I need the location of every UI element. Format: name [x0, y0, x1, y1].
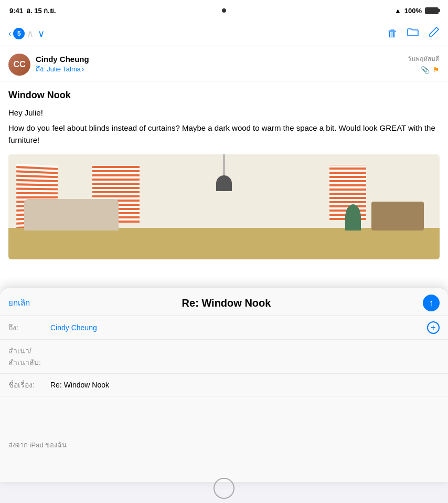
toolbar-right: 🗑 — [387, 26, 440, 40]
time-display: 9:41 — [9, 7, 23, 15]
compose-header: ยกเลิก Re: Window Nook ↑ — [0, 288, 448, 316]
battery-percent: 100% — [404, 7, 422, 15]
lamp-decoration — [216, 154, 232, 191]
trash-button[interactable]: 🗑 — [387, 27, 398, 39]
email-meta: วันพฤหัสบดี 📎 ⚑ — [408, 54, 440, 74]
home-button[interactable] — [214, 478, 234, 499]
battery-icon — [425, 7, 439, 14]
compose-body-area[interactable] — [0, 396, 448, 411]
email-greeting: Hey Julie! — [8, 108, 440, 117]
recipient-label[interactable]: ถึง: Julie Talma › — [36, 64, 89, 75]
sender-info: CC Cindy Cheung ถึง: Julie Talma › — [8, 54, 89, 76]
wifi-icon: ▲ — [394, 7, 401, 15]
to-label: ถึง: — [8, 322, 50, 333]
email-action-icons: 📎 ⚑ — [408, 66, 440, 74]
email-header: CC Cindy Cheung ถึง: Julie Talma › วันพฤ… — [0, 46, 448, 81]
email-date: วันพฤหัสบดี — [408, 54, 440, 64]
add-recipient-button[interactable]: + — [427, 321, 440, 334]
status-time: 9:41 อ. 15 ก.ย. — [9, 5, 56, 16]
dresser-decoration — [371, 202, 424, 230]
email-body-text: How do you feel about blinds instead of … — [8, 122, 440, 146]
compose-sheet: ยกเลิก Re: Window Nook ↑ ถึง: Cindy Cheu… — [0, 288, 448, 482]
sofa-decoration — [24, 199, 119, 230]
compose-subject-title: Re: Window Nook — [30, 297, 423, 309]
date-display: อ. 15 ก.ย. — [26, 5, 56, 16]
floor-decoration — [8, 228, 440, 259]
attachment-icon: 📎 — [421, 66, 430, 74]
email-inline-image — [8, 154, 440, 259]
compose-button[interactable] — [428, 26, 440, 40]
plant-decoration — [345, 204, 361, 230]
cc-label: สำเนา/สำเนาลับ: — [8, 345, 50, 368]
prev-email-button[interactable]: ∧ — [27, 28, 34, 39]
back-button[interactable]: ‹ — [8, 29, 11, 38]
toolbar-left: ‹ 5 ∧ ∨ — [8, 28, 45, 39]
flag-icon: ⚑ — [433, 66, 440, 74]
status-indicators: ▲ 100% — [394, 7, 439, 15]
email-body: Window Nook Hey Julie! How do you feel a… — [0, 81, 448, 146]
email-signature: ส่งจาก iPad ของฉัน — [8, 439, 67, 450]
sender-avatar: CC — [8, 54, 30, 76]
subject-field[interactable]: ชื่อเรื่อง: Re: Window Nook — [0, 374, 448, 396]
cc-field[interactable]: สำเนา/สำเนาลับ: — [0, 340, 448, 374]
subject-label: ชื่อเรื่อง: — [8, 379, 50, 391]
nav-arrows: ∧ ∨ — [27, 28, 45, 39]
sender-name: Cindy Cheung — [36, 55, 89, 64]
folder-button[interactable] — [407, 27, 419, 39]
to-field[interactable]: ถึง: Cindy Cheung + — [0, 316, 448, 340]
unread-badge: 5 — [13, 28, 25, 39]
sender-details: Cindy Cheung ถึง: Julie Talma › — [36, 55, 89, 75]
email-subject: Window Nook — [8, 90, 440, 101]
cancel-button[interactable]: ยกเลิก — [8, 297, 30, 309]
email-toolbar: ‹ 5 ∧ ∨ 🗑 — [0, 21, 448, 46]
to-value[interactable]: Cindy Cheung — [50, 323, 427, 332]
send-icon: ↑ — [429, 298, 434, 309]
subject-value[interactable]: Re: Window Nook — [50, 381, 440, 389]
send-button[interactable]: ↑ — [423, 295, 440, 311]
back-chevron-icon: ‹ — [8, 29, 11, 38]
next-email-button[interactable]: ∨ — [38, 28, 45, 39]
